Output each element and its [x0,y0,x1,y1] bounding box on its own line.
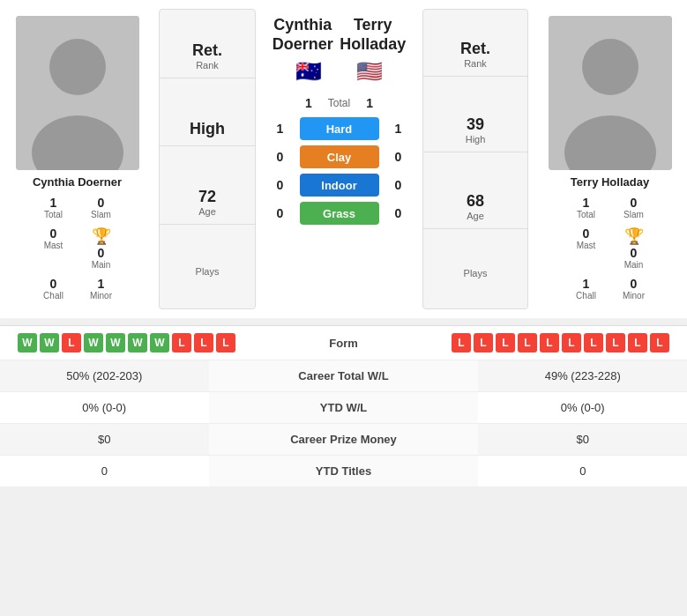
player2-flag: 🇺🇸 [356,59,383,84]
player1-stats: 1 Total 0 Slam 0 Mast 🏆 0 Main 0 Chall 1 [9,194,146,302]
form-badge: L [474,333,493,353]
surface-rows: 1 Hard 1 0 Clay 0 0 Indoor 0 0 Grass 0 [260,117,418,225]
stat-val1: $0 [0,424,209,456]
player2-stats: 1 Total 0 Slam 0 Mast 🏆 0 Main 1 Chall 0 [541,194,678,302]
form-label: Form [329,337,358,350]
player2-form: LLLLLLLLLL [452,333,669,353]
stat-val2: 0% (0-0) [478,392,687,424]
stat-label: Career Prize Money [209,424,479,456]
player1-trophy: 🏆 0 Main [79,225,123,271]
player2-rank: Ret. Rank [423,33,527,77]
form-badge: L [606,333,625,353]
player1-high: High [160,113,255,146]
player2-mast: 0 Mast [564,225,609,271]
table-row: 50% (202-203) Career Total W/L 49% (223-… [0,360,687,392]
player2-chall: 1 Chall [564,275,609,302]
grass-badge: Grass [300,202,379,225]
table-row: 0% (0-0) YTD W/L 0% (0-0) [0,392,687,424]
player2-high: 39 High [423,108,527,152]
player2-trophy: 🏆 0 Main [612,225,656,271]
player1-rank: Ret. Rank [160,34,255,78]
clay-badge: Clay [300,145,379,168]
form-badge: W [106,333,125,353]
total-row: 1 Total 1 [300,96,378,110]
player1-name: Cynthia Doerner [33,175,122,189]
table-row: $0 Career Prize Money $0 [0,424,687,456]
form-section: WWLWWWWLLL Form LLLLLLLLLL [0,325,687,360]
form-badge: L [216,333,235,353]
stat-label: YTD W/L [209,392,479,424]
player2-plays: Plays [423,261,527,286]
player1-name-top: CynthiaDoerner [273,16,333,54]
player2-slam: 0 Slam [612,194,656,221]
player1-total: 1 Total [32,194,76,221]
player1-chall: 0 Chall [32,275,76,302]
player2-total: 1 Total [564,194,609,221]
form-badge: W [128,333,147,353]
form-badge: W [18,333,37,353]
player1-avatar [16,16,139,170]
surface-grass: 0 Grass 0 [269,202,409,225]
surface-clay: 0 Clay 0 [269,145,409,168]
form-badge: L [62,333,81,353]
player2-avatar [549,16,672,170]
player1-age: 72 Age [160,181,255,225]
form-badge: W [150,333,169,353]
player2-card: Terry Holladay 1 Total 0 Slam 0 Mast 🏆 0… [533,9,687,309]
player2-age: 68 Age [423,185,527,229]
stat-label: Career Total W/L [209,360,479,392]
player2-mid-stats: Ret. Rank 39 High 68 Age Plays [422,9,528,309]
form-badge: L [496,333,515,353]
stat-val2: 0 [478,456,687,487]
stat-val2: $0 [478,424,687,456]
center-section: CynthiaDoerner TerryHolladay 🇦🇺 🇺🇸 1 Tot… [260,9,418,309]
svg-point-4 [582,39,638,95]
svg-point-1 [49,39,106,95]
player1-plays: Plays [160,259,255,284]
top-section: Cynthia Doerner 1 Total 0 Slam 0 Mast 🏆 … [0,0,687,318]
form-badge: L [172,333,191,353]
player1-slam: 0 Slam [79,194,123,221]
form-badge: L [650,333,669,353]
player2-name: Terry Holladay [571,175,649,189]
player1-flag: 🇦🇺 [295,59,322,84]
table-row: 0 YTD Titles 0 [0,456,687,487]
hard-badge: Hard [300,117,379,140]
indoor-badge: Indoor [300,174,379,197]
surface-hard: 1 Hard 1 [269,117,409,140]
stat-val1: 50% (202-203) [0,360,209,392]
stat-label: YTD Titles [209,456,479,487]
player1-card: Cynthia Doerner 1 Total 0 Slam 0 Mast 🏆 … [0,9,154,309]
form-badge: L [452,333,471,353]
stat-val2: 49% (223-228) [478,360,687,392]
form-badge: L [518,333,537,353]
form-badge: L [628,333,647,353]
form-badge: W [84,333,103,353]
player1-minor: 1 Minor [79,275,123,302]
form-badge: L [540,333,559,353]
form-badge: W [40,333,59,353]
stat-val1: 0 [0,456,209,487]
form-badge: L [584,333,603,353]
player1-mast: 0 Mast [32,225,76,271]
form-badge: L [194,333,213,353]
player2-minor: 0 Minor [612,275,656,302]
form-badge: L [562,333,581,353]
player1-mid-stats: Ret. Rank High 72 Age Plays [159,9,256,309]
player1-form: WWLWWWWLLL [18,333,235,353]
player2-name-top: TerryHolladay [340,16,406,54]
surface-indoor: 0 Indoor 0 [269,174,409,197]
career-stats-table: 50% (202-203) Career Total W/L 49% (223-… [0,360,687,486]
stat-val1: 0% (0-0) [0,392,209,424]
